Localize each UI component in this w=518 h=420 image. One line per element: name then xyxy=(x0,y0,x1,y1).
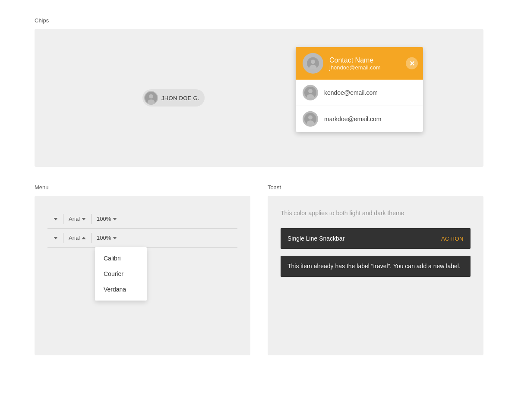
divider-3 xyxy=(63,233,63,243)
percent-select-1[interactable]: 100% xyxy=(92,213,121,225)
svg-point-7 xyxy=(308,89,313,93)
chip-expanded: Contact Name jhondoe@email.com ✕ xyxy=(296,47,423,132)
contact-email-2: markdoe@email.com xyxy=(324,116,381,122)
font-select-1[interactable]: Arial xyxy=(64,213,90,225)
chips-demo-area: JHON DOE G. Contact Name jhondoe@email.c… xyxy=(35,29,483,167)
toast-hint: This color applies to both light and dar… xyxy=(281,209,471,218)
avatar xyxy=(144,91,158,105)
contact-email-1: kendoe@email.com xyxy=(324,89,378,96)
snackbar-action-button[interactable]: ACTION xyxy=(441,235,464,242)
chip-expanded-avatar xyxy=(303,53,323,74)
dropdown-arrow-icon-6 xyxy=(113,237,117,239)
contact-avatar-2 xyxy=(303,111,318,127)
toast-demo-area: This color applies to both light and dar… xyxy=(268,196,483,355)
divider-1 xyxy=(63,214,63,224)
toolbar-row-1: Arial 100% xyxy=(47,213,237,229)
font-value-2: Arial xyxy=(69,235,80,241)
font-option-verdana[interactable]: Verdana xyxy=(95,282,147,297)
toast-label: Toast xyxy=(268,184,483,191)
chips-label: Chips xyxy=(35,17,483,24)
dropdown-arrow-icon-4 xyxy=(54,237,58,239)
format-select-1[interactable] xyxy=(47,215,62,223)
chip-expanded-info: Contact Name jhondoe@email.com xyxy=(329,56,416,70)
chip-contact-email: jhondoe@email.com xyxy=(329,64,416,70)
menu-section: Menu Arial 100% xyxy=(35,184,250,355)
divider-2 xyxy=(91,214,92,224)
chips-section: Chips JHON DOE G. xyxy=(35,17,483,167)
bottom-sections: Menu Arial 100% xyxy=(35,184,483,355)
chip-contact-list: kendoe@email.com markdoe@email.com xyxy=(296,80,423,132)
chip-expanded-header: Contact Name jhondoe@email.com ✕ xyxy=(296,47,423,80)
font-select-2[interactable]: Arial xyxy=(64,232,90,244)
dropdown-arrow-icon-5 xyxy=(82,237,86,239)
snackbar-single-text: Single Line Snackbar xyxy=(287,235,344,242)
divider-4 xyxy=(91,233,92,243)
svg-point-4 xyxy=(311,60,315,64)
snackbar-multi-text: This item already has the label “travel”… xyxy=(287,263,461,270)
font-dropdown-popup: Calibri Courier Verdana xyxy=(95,247,147,301)
menu-demo-area: Arial 100% xyxy=(35,196,250,355)
contact-avatar-1 xyxy=(303,85,318,100)
chip-contact-item-2[interactable]: markdoe@email.com xyxy=(296,106,423,132)
chip-close-button[interactable]: ✕ xyxy=(406,57,418,69)
dropdown-arrow-icon-2 xyxy=(82,218,86,220)
menu-label: Menu xyxy=(35,184,250,191)
svg-point-1 xyxy=(149,94,153,99)
svg-point-10 xyxy=(308,115,313,119)
chip-simple[interactable]: JHON DOE G. xyxy=(142,89,205,107)
dropdown-arrow-icon-1 xyxy=(54,218,58,220)
toast-section: Toast This color applies to both light a… xyxy=(268,184,483,355)
chip-contact-name: Contact Name xyxy=(329,56,416,64)
font-option-courier[interactable]: Courier xyxy=(95,266,147,282)
percent-select-2[interactable]: 100% xyxy=(92,232,121,244)
percent-value-1: 100% xyxy=(97,216,111,222)
percent-value-2: 100% xyxy=(97,235,111,241)
toolbar-row-2: Arial 100% Calibri Courier Verdana xyxy=(47,232,237,248)
font-value-1: Arial xyxy=(69,216,80,222)
dropdown-arrow-icon-3 xyxy=(113,218,117,220)
snackbar-multi: This item already has the label “travel”… xyxy=(281,256,471,277)
format-select-2[interactable] xyxy=(47,234,62,242)
chip-contact-item-1[interactable]: kendoe@email.com xyxy=(296,80,423,106)
font-option-calibri[interactable]: Calibri xyxy=(95,251,147,266)
snackbar-single: Single Line Snackbar ACTION xyxy=(281,228,471,249)
chip-simple-label: JHON DOE G. xyxy=(161,95,199,101)
